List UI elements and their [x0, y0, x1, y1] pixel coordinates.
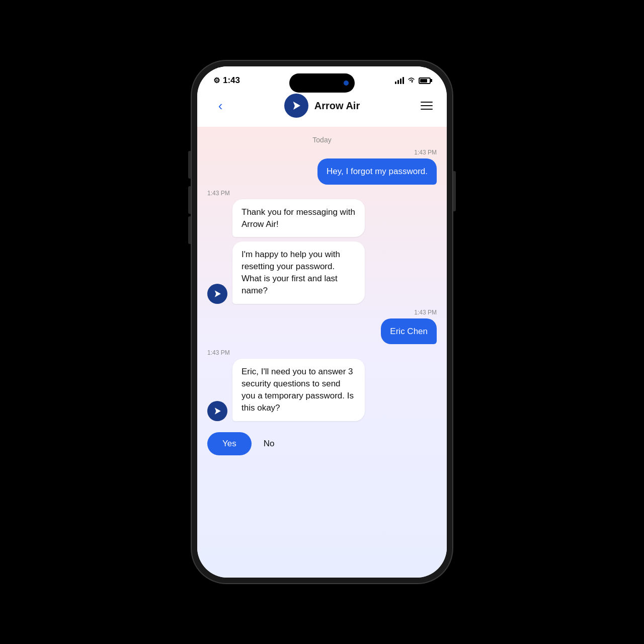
chat-area: Today 1:43 PM Hey, I forgot my password.…: [197, 127, 447, 578]
date-label: Today: [197, 127, 447, 149]
menu-line-1: [421, 102, 433, 103]
gear-icon: ⚙: [213, 76, 220, 85]
menu-line-2: [421, 105, 433, 106]
battery-fill: [420, 79, 427, 83]
message-group-incoming-1: 1:43 PM Thank you for messaging with Arr…: [197, 190, 447, 306]
back-button[interactable]: ‹: [211, 97, 229, 115]
brand-icon: [284, 94, 308, 118]
incoming-row-2: Eric, I'll need you to answer 3 security…: [207, 359, 437, 423]
message-time-4: 1:43 PM: [207, 349, 230, 356]
status-icons: [395, 76, 431, 85]
message-time-1: 1:43 PM: [414, 149, 437, 156]
menu-button[interactable]: [415, 97, 433, 115]
dynamic-island: [289, 73, 355, 93]
brand-logo: Arrow Air: [284, 94, 360, 118]
message-time-3: 1:43 PM: [414, 309, 437, 316]
bot-avatar-1: [207, 284, 227, 304]
message-bubble-outgoing-2: Eric Chen: [381, 318, 437, 345]
phone-screen: ⚙ 1:43: [197, 66, 447, 578]
quick-reply-no-button[interactable]: No: [259, 432, 280, 455]
bot-avatar-2: [207, 401, 227, 421]
nav-header: ‹ Arrow Air: [197, 89, 447, 127]
quick-replies: Yes No: [197, 426, 447, 455]
message-group-outgoing-1: 1:43 PM Hey, I forgot my password.: [197, 149, 447, 187]
brand-name: Arrow Air: [314, 100, 360, 112]
battery-icon: [419, 77, 431, 84]
incoming-row-1: Thank you for messaging with Arrow Air! …: [207, 199, 437, 306]
wifi-icon: [407, 76, 416, 85]
incoming-bubbles-2: Eric, I'll need you to answer 3 security…: [232, 359, 407, 423]
quick-reply-yes-button[interactable]: Yes: [207, 432, 252, 455]
message-bubble-incoming-1a: Thank you for messaging with Arrow Air!: [232, 199, 365, 237]
message-bubble-incoming-2a: Eric, I'll need you to answer 3 security…: [232, 359, 365, 421]
status-bar: ⚙ 1:43: [197, 66, 447, 89]
camera-dot: [344, 80, 349, 86]
message-group-outgoing-2: 1:43 PM Eric Chen: [197, 309, 447, 347]
status-time: ⚙ 1:43: [213, 75, 240, 86]
incoming-bubbles-1: Thank you for messaging with Arrow Air! …: [232, 199, 407, 306]
message-bubble-outgoing-1: Hey, I forgot my password.: [317, 158, 437, 185]
signal-icon: [395, 77, 404, 84]
message-group-incoming-2: 1:43 PM Eric, I'll need you to answer 3 …: [197, 349, 447, 423]
phone-frame: ⚙ 1:43: [191, 60, 453, 584]
back-chevron-icon: ‹: [218, 99, 223, 112]
menu-line-3: [421, 109, 433, 110]
message-bubble-incoming-1b: I'm happy to help you with resetting you…: [232, 242, 365, 303]
message-time-2: 1:43 PM: [207, 190, 230, 197]
